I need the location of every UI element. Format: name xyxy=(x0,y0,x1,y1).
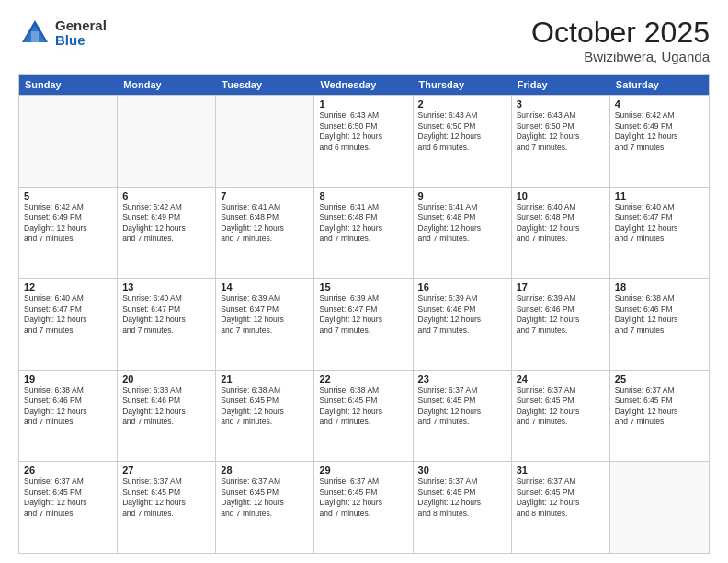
calendar-cell: 7Sunrise: 6:41 AMSunset: 6:48 PMDaylight… xyxy=(216,188,314,279)
calendar-cell: 19Sunrise: 6:38 AMSunset: 6:46 PMDayligh… xyxy=(19,371,118,462)
day-number: 16 xyxy=(418,282,506,293)
calendar-cell: 8Sunrise: 6:41 AMSunset: 6:48 PMDaylight… xyxy=(314,188,413,279)
calendar-cell: 23Sunrise: 6:37 AMSunset: 6:45 PMDayligh… xyxy=(414,371,512,462)
page: General Blue October 2025 Bwizibwera, Ug… xyxy=(0,0,728,563)
day-number: 25 xyxy=(615,373,704,385)
cell-info: Sunrise: 6:42 AMSunset: 6:49 PMDaylight:… xyxy=(615,110,704,153)
cell-info: Sunrise: 6:40 AMSunset: 6:47 PMDaylight:… xyxy=(24,293,112,336)
cell-info: Sunrise: 6:39 AMSunset: 6:46 PMDaylight:… xyxy=(517,293,605,336)
svg-rect-2 xyxy=(31,31,39,42)
cell-info: Sunrise: 6:37 AMSunset: 6:45 PMDaylight:… xyxy=(517,385,605,428)
cell-info: Sunrise: 6:37 AMSunset: 6:45 PMDaylight:… xyxy=(517,477,605,519)
cell-info: Sunrise: 6:40 AMSunset: 6:48 PMDaylight:… xyxy=(517,202,605,245)
cell-info: Sunrise: 6:40 AMSunset: 6:47 PMDaylight:… xyxy=(122,293,210,336)
day-number: 1 xyxy=(319,98,407,109)
calendar-cell: 1Sunrise: 6:43 AMSunset: 6:50 PMDaylight… xyxy=(314,96,413,187)
day-number: 8 xyxy=(319,190,407,201)
calendar-row-3: 12Sunrise: 6:40 AMSunset: 6:47 PMDayligh… xyxy=(19,278,709,370)
calendar-cell: 4Sunrise: 6:42 AMSunset: 6:49 PMDaylight… xyxy=(610,96,709,187)
logo-general: General xyxy=(55,18,107,34)
header-day-saturday: Saturday xyxy=(610,75,709,95)
calendar-cell: 14Sunrise: 6:39 AMSunset: 6:47 PMDayligh… xyxy=(216,279,314,370)
cell-info: Sunrise: 6:39 AMSunset: 6:47 PMDaylight:… xyxy=(319,293,407,336)
calendar-cell: 26Sunrise: 6:37 AMSunset: 6:45 PMDayligh… xyxy=(19,462,118,553)
calendar-cell: 20Sunrise: 6:38 AMSunset: 6:46 PMDayligh… xyxy=(118,371,216,462)
calendar-cell xyxy=(216,96,314,187)
day-number: 9 xyxy=(418,190,506,201)
cell-info: Sunrise: 6:38 AMSunset: 6:46 PMDaylight:… xyxy=(615,293,704,336)
day-number: 24 xyxy=(517,373,605,385)
cell-info: Sunrise: 6:42 AMSunset: 6:49 PMDaylight:… xyxy=(24,202,112,245)
cell-info: Sunrise: 6:43 AMSunset: 6:50 PMDaylight:… xyxy=(319,110,407,153)
cell-info: Sunrise: 6:37 AMSunset: 6:45 PMDaylight:… xyxy=(122,477,210,519)
day-number: 13 xyxy=(122,282,210,293)
header-day-sunday: Sunday xyxy=(19,75,118,95)
calendar-cell: 9Sunrise: 6:41 AMSunset: 6:48 PMDaylight… xyxy=(414,188,512,279)
day-number: 22 xyxy=(319,373,407,385)
cell-info: Sunrise: 6:37 AMSunset: 6:45 PMDaylight:… xyxy=(24,477,112,519)
day-number: 30 xyxy=(418,465,506,476)
day-number: 20 xyxy=(122,373,210,385)
calendar-cell: 3Sunrise: 6:43 AMSunset: 6:50 PMDaylight… xyxy=(512,96,610,187)
calendar-cell: 31Sunrise: 6:37 AMSunset: 6:45 PMDayligh… xyxy=(512,462,610,553)
calendar-cell xyxy=(118,96,216,187)
calendar-cell: 13Sunrise: 6:40 AMSunset: 6:47 PMDayligh… xyxy=(118,279,216,370)
header-day-tuesday: Tuesday xyxy=(216,75,314,95)
logo-icon xyxy=(18,17,51,50)
cell-info: Sunrise: 6:41 AMSunset: 6:48 PMDaylight:… xyxy=(319,202,407,245)
cell-info: Sunrise: 6:41 AMSunset: 6:48 PMDaylight:… xyxy=(221,202,309,245)
day-number: 3 xyxy=(517,98,605,109)
cell-info: Sunrise: 6:43 AMSunset: 6:50 PMDaylight:… xyxy=(418,110,506,153)
calendar-row-5: 26Sunrise: 6:37 AMSunset: 6:45 PMDayligh… xyxy=(19,461,709,553)
logo-text: General Blue xyxy=(55,18,107,49)
cell-info: Sunrise: 6:38 AMSunset: 6:45 PMDaylight:… xyxy=(221,385,309,428)
calendar-cell: 15Sunrise: 6:39 AMSunset: 6:47 PMDayligh… xyxy=(314,279,413,370)
calendar-cell xyxy=(610,462,709,553)
day-number: 26 xyxy=(24,465,112,476)
day-number: 18 xyxy=(615,282,704,293)
calendar-cell: 10Sunrise: 6:40 AMSunset: 6:48 PMDayligh… xyxy=(512,188,610,279)
calendar-row-1: 1Sunrise: 6:43 AMSunset: 6:50 PMDaylight… xyxy=(19,95,709,187)
day-number: 28 xyxy=(221,465,309,476)
calendar-cell: 5Sunrise: 6:42 AMSunset: 6:49 PMDaylight… xyxy=(19,188,118,279)
cell-info: Sunrise: 6:43 AMSunset: 6:50 PMDaylight:… xyxy=(517,110,605,153)
day-number: 31 xyxy=(517,465,605,476)
cell-info: Sunrise: 6:38 AMSunset: 6:46 PMDaylight:… xyxy=(122,385,210,428)
cell-info: Sunrise: 6:37 AMSunset: 6:45 PMDaylight:… xyxy=(418,477,506,519)
calendar-row-2: 5Sunrise: 6:42 AMSunset: 6:49 PMDaylight… xyxy=(19,187,709,279)
cell-info: Sunrise: 6:41 AMSunset: 6:48 PMDaylight:… xyxy=(418,202,506,245)
title-block: October 2025 Bwizibwera, Uganda xyxy=(531,17,710,64)
cell-info: Sunrise: 6:37 AMSunset: 6:45 PMDaylight:… xyxy=(615,385,704,428)
location: Bwizibwera, Uganda xyxy=(531,49,710,64)
calendar-cell: 25Sunrise: 6:37 AMSunset: 6:45 PMDayligh… xyxy=(610,371,709,462)
calendar-cell xyxy=(19,96,118,187)
cell-info: Sunrise: 6:42 AMSunset: 6:49 PMDaylight:… xyxy=(122,202,210,245)
calendar-row-4: 19Sunrise: 6:38 AMSunset: 6:46 PMDayligh… xyxy=(19,370,709,462)
day-number: 17 xyxy=(517,282,605,293)
calendar-cell: 29Sunrise: 6:37 AMSunset: 6:45 PMDayligh… xyxy=(314,462,413,553)
header-day-friday: Friday xyxy=(512,75,610,95)
cell-info: Sunrise: 6:39 AMSunset: 6:46 PMDaylight:… xyxy=(418,293,506,336)
calendar-cell: 6Sunrise: 6:42 AMSunset: 6:49 PMDaylight… xyxy=(118,188,216,279)
cell-info: Sunrise: 6:40 AMSunset: 6:47 PMDaylight:… xyxy=(615,202,704,245)
day-number: 7 xyxy=(221,190,309,201)
cell-info: Sunrise: 6:39 AMSunset: 6:47 PMDaylight:… xyxy=(221,293,309,336)
day-number: 10 xyxy=(517,190,605,201)
header: General Blue October 2025 Bwizibwera, Ug… xyxy=(18,17,710,64)
calendar-cell: 21Sunrise: 6:38 AMSunset: 6:45 PMDayligh… xyxy=(216,371,314,462)
calendar-cell: 16Sunrise: 6:39 AMSunset: 6:46 PMDayligh… xyxy=(414,279,512,370)
month-title: October 2025 xyxy=(531,17,710,49)
header-day-wednesday: Wednesday xyxy=(314,75,413,95)
calendar-cell: 22Sunrise: 6:38 AMSunset: 6:45 PMDayligh… xyxy=(314,371,413,462)
calendar-cell: 17Sunrise: 6:39 AMSunset: 6:46 PMDayligh… xyxy=(512,279,610,370)
header-day-thursday: Thursday xyxy=(414,75,512,95)
calendar-cell: 24Sunrise: 6:37 AMSunset: 6:45 PMDayligh… xyxy=(512,371,610,462)
calendar-body: 1Sunrise: 6:43 AMSunset: 6:50 PMDaylight… xyxy=(19,95,709,553)
day-number: 21 xyxy=(221,373,309,385)
day-number: 6 xyxy=(122,190,210,201)
calendar: SundayMondayTuesdayWednesdayThursdayFrid… xyxy=(18,74,710,554)
day-number: 4 xyxy=(615,98,704,109)
calendar-cell: 18Sunrise: 6:38 AMSunset: 6:46 PMDayligh… xyxy=(610,279,709,370)
calendar-header: SundayMondayTuesdayWednesdayThursdayFrid… xyxy=(19,75,709,95)
day-number: 2 xyxy=(418,98,506,109)
